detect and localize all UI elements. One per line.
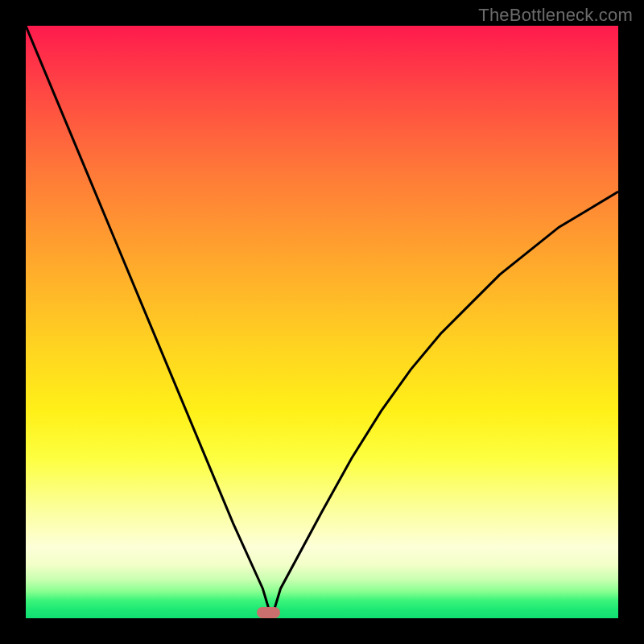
bottleneck-curve	[26, 26, 618, 618]
chart-plot-area	[26, 26, 618, 618]
attribution-text: TheBottleneck.com	[478, 5, 633, 26]
optimum-marker	[257, 607, 280, 618]
